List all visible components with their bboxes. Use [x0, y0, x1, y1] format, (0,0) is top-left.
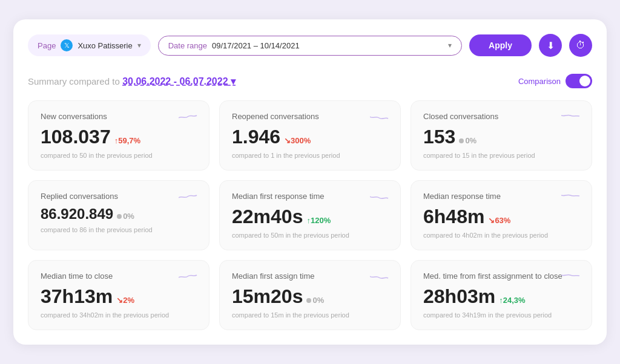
summary-date[interactable]: 30.06.2022 - 06.07.2022 ▾ [122, 76, 236, 86]
stat-card: Median first response time 22m40s ↑120% … [219, 180, 401, 250]
badge: ↘300% [284, 136, 311, 145]
card-sub: compared to 15m in the previous period [232, 311, 388, 319]
chevron-down-icon: ▾ [137, 41, 141, 50]
badge: 0% [117, 212, 134, 221]
download-button[interactable]: ⬇ [539, 34, 562, 57]
badge: ↑59,7% [114, 136, 140, 145]
card-value: 6h48m ↘63% [423, 206, 579, 228]
clock-button[interactable]: ⏱ [569, 34, 592, 57]
stat-card: Closed conversations 153 0% compared to … [411, 100, 592, 171]
badge: 0% [459, 136, 477, 145]
card-title: Med. time from first assignment to close [423, 271, 579, 281]
badge: 0% [306, 296, 324, 305]
card-sub: compared to 34h19m in the previous perio… [423, 311, 579, 319]
stat-card: Median response time 6h48m ↘63% compared… [411, 180, 592, 250]
date-value: 09/17/2021 – 10/14/2021 [212, 41, 300, 50]
sparkline-icon [179, 190, 199, 205]
stat-card: Reopened conversations 1.946 ↘300% compa… [219, 100, 401, 171]
download-icon: ⬇ [547, 40, 555, 51]
stat-card: Med. time from first assignment to close… [411, 260, 592, 330]
main-container: Page 𝕏 Xuxo Patisserie ▾ Date range 09/1… [13, 19, 607, 345]
card-value: 1.946 ↘300% [232, 126, 388, 148]
card-value: 28h03m ↑24,3% [423, 285, 579, 308]
page-label: Page [38, 41, 56, 50]
card-sub: compared to 50 in the previous period [41, 152, 197, 159]
card-title: Closed conversations [423, 112, 579, 121]
sparkline-icon [561, 190, 582, 205]
sparkline-icon [561, 270, 582, 285]
sparkline-icon [179, 270, 199, 285]
card-title: Replied conversations [41, 192, 197, 201]
sparkline-icon [179, 111, 199, 125]
card-title: Reopened conversations [232, 112, 388, 121]
page-name: Xuxo Patisserie [78, 41, 132, 50]
card-title: Median time to close [41, 271, 197, 281]
badge: ↘63% [488, 216, 510, 225]
badge: ↑120% [306, 216, 331, 225]
card-title: New conversations [41, 112, 197, 121]
card-value: 153 0% [423, 126, 579, 148]
badge: ↘2% [116, 296, 134, 305]
card-value: 108.037 ↑59,7% [41, 126, 197, 148]
comparison-label: Comparison [518, 77, 561, 86]
badge: ↑24,3% [499, 296, 525, 305]
stat-card: Replied conversations 86.920.849 0% comp… [28, 180, 209, 250]
sparkline-icon [370, 190, 391, 205]
page-selector[interactable]: Page 𝕏 Xuxo Patisserie ▾ [28, 34, 151, 56]
stat-card: Median first assign time 15m20s 0% compa… [219, 260, 401, 330]
card-sub: compared to 50m in the previous period [232, 232, 388, 239]
card-value: 15m20s 0% [232, 285, 388, 308]
cards-grid: New conversations 108.037 ↑59,7% compare… [28, 100, 592, 330]
card-value: 37h13m ↘2% [41, 285, 197, 308]
apply-button[interactable]: Apply [469, 34, 532, 56]
summary-title: Summary compared to 30.06.2022 - 06.07.2… [28, 76, 236, 87]
card-sub: compared to 15 in the previous period [423, 152, 579, 159]
date-range-label: Date range [168, 41, 207, 50]
summary-header: Summary compared to 30.06.2022 - 06.07.2… [28, 74, 592, 88]
date-range-selector[interactable]: Date range 09/17/2021 – 10/14/2021 ▾ [158, 36, 462, 56]
card-sub: compared to 86 in the previous period [41, 226, 197, 233]
card-value: 86.920.849 0% [41, 206, 197, 223]
clock-icon: ⏱ [576, 40, 585, 51]
stat-card: Median time to close 37h13m ↘2% compared… [28, 260, 209, 330]
card-title: Median response time [423, 192, 579, 201]
twitter-icon: 𝕏 [61, 39, 73, 51]
sparkline-icon [561, 111, 582, 125]
card-value: 22m40s ↑120% [232, 206, 388, 228]
stat-card: New conversations 108.037 ↑59,7% compare… [28, 100, 209, 171]
card-title: Median first assign time [232, 271, 388, 281]
sparkline-icon [370, 270, 391, 285]
sparkline-icon [370, 111, 391, 125]
card-sub: compared to 4h02m in the previous period [423, 232, 579, 239]
card-title: Median first response time [232, 192, 388, 201]
comparison-toggle[interactable] [566, 74, 592, 88]
card-sub: compared to 1 in the previous period [232, 152, 388, 159]
comparison-section: Comparison [518, 74, 592, 88]
toolbar: Page 𝕏 Xuxo Patisserie ▾ Date range 09/1… [28, 34, 592, 57]
card-sub: compared to 34h02m in the previous perio… [41, 311, 197, 319]
summary-title-text: Summary compared to [28, 76, 120, 86]
chevron-down-icon: ▾ [448, 41, 452, 50]
